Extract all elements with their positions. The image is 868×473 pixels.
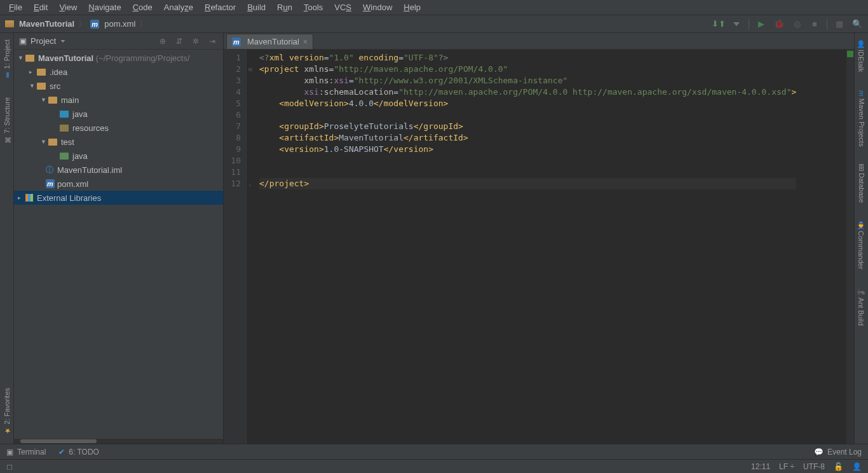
iml-icon: ⓘ: [46, 165, 53, 175]
folder-icon: [25, 55, 34, 62]
editor-tabs: m MavenTutorial ×: [224, 33, 854, 50]
folder-icon: [48, 97, 57, 104]
make-icon[interactable]: ⬇⬆: [713, 18, 724, 30]
tree-idea[interactable]: ▸.idea: [14, 65, 223, 79]
scroll-icon[interactable]: ⇵: [173, 36, 185, 47]
menu-build[interactable]: Build: [242, 1, 271, 13]
line-separator[interactable]: LF ÷: [779, 462, 794, 471]
editor-scrollbar[interactable]: [846, 50, 854, 444]
test-folder-icon: [60, 153, 69, 160]
menu-tools[interactable]: Tools: [299, 1, 328, 13]
tree-src[interactable]: ▼src: [14, 79, 223, 93]
tool-maven[interactable]: m Maven Projects: [858, 88, 865, 149]
tool-eventlog[interactable]: 💬 Event Log: [814, 448, 862, 456]
tree-iml[interactable]: ▸ⓘMavenTutorial.iml: [14, 163, 223, 177]
menu-file[interactable]: File: [4, 1, 27, 13]
source-folder-icon: [60, 111, 69, 118]
tree-main-java[interactable]: ▸java: [14, 107, 223, 121]
collapse-icon[interactable]: ⊕: [157, 36, 168, 47]
tree-test[interactable]: ▼test: [14, 135, 223, 149]
tree-main[interactable]: ▼main: [14, 93, 223, 107]
menu-run[interactable]: Run: [272, 1, 297, 13]
analysis-marker: [847, 51, 853, 57]
search-icon[interactable]: 🔍: [851, 18, 863, 30]
tool-commander[interactable]: 👮 Commander: [857, 218, 865, 272]
tree-external-libs[interactable]: ▸External Libraries: [14, 191, 223, 205]
close-tab-icon[interactable]: ×: [303, 38, 308, 46]
hector-icon[interactable]: 👤: [852, 462, 862, 471]
debug-icon[interactable]: 🐞: [773, 18, 785, 30]
tree-root[interactable]: ▼ MavenTutorial (~/Programming/Projects/: [14, 51, 223, 65]
menu-navigate[interactable]: Navigate: [83, 1, 126, 13]
resources-folder-icon: [60, 125, 69, 132]
project-panel: ▣ Project ⊕ ⇵ ✲ ⇥ ▼ MavenTutorial (~/Pro…: [14, 33, 224, 444]
tree-pom[interactable]: ▸mpom.xml: [14, 177, 223, 191]
tree-resources[interactable]: ▸resources: [14, 121, 223, 135]
main-menu-bar: File Edit View Navigate Code Analyze Ref…: [0, 0, 868, 15]
settings-icon[interactable]: ✲: [190, 36, 201, 47]
tool-structure[interactable]: ⌘ 7: Structure: [3, 95, 11, 146]
tree-test-java[interactable]: ▸java: [14, 149, 223, 163]
menu-code[interactable]: Code: [128, 1, 158, 13]
tool-antbuild[interactable]: 🐜 Ant Build: [857, 285, 865, 328]
right-tool-stripe: 👤 IDEtalk m Maven Projects 🗄 Database 👮 …: [854, 33, 868, 444]
coverage-icon[interactable]: ◎: [791, 18, 803, 30]
line-numbers: 123456789101112: [224, 50, 247, 444]
folder-icon: [37, 83, 46, 90]
file-encoding[interactable]: UTF-8: [803, 462, 825, 471]
menu-vcs[interactable]: VCS: [329, 1, 356, 13]
breadcrumb-file[interactable]: pom.xml: [104, 19, 135, 29]
folder-icon: [48, 139, 57, 146]
folder-icon: [5, 20, 14, 27]
menu-view[interactable]: View: [54, 1, 82, 13]
bottom-tool-stripe: ▣ Terminal ✔ 6: TODO 💬 Event Log: [0, 444, 868, 459]
maven-icon: m: [232, 38, 241, 46]
toggle-tools-icon[interactable]: ◻: [4, 461, 15, 472]
status-bar: ◻ 12:11 LF ÷ UTF-8 🔓 👤: [0, 459, 868, 473]
tool-terminal[interactable]: ▣ Terminal: [6, 448, 46, 456]
editor-tab[interactable]: m MavenTutorial ×: [226, 34, 313, 49]
menu-help[interactable]: Help: [398, 1, 426, 13]
breadcrumb[interactable]: MavenTutorial 〉 m pom.xml 〉: [5, 18, 149, 30]
project-view-icon: ▣: [19, 36, 27, 46]
menu-edit[interactable]: Edit: [29, 1, 53, 13]
maven-icon: m: [90, 20, 99, 29]
lock-icon[interactable]: 🔓: [834, 462, 843, 471]
tool-project[interactable]: ▮ 1: Project: [3, 37, 11, 82]
project-tree[interactable]: ▼ MavenTutorial (~/Programming/Projects/…: [14, 50, 223, 439]
editor-area: m MavenTutorial × 123456789101112 ⊟⌞ <?x…: [224, 33, 854, 444]
code-editor[interactable]: <?xml version="1.0" encoding="UTF-8"?> <…: [254, 50, 801, 444]
breadcrumb-root[interactable]: MavenTutorial: [19, 19, 74, 29]
fold-gutter[interactable]: ⊟⌞: [247, 50, 254, 444]
dropdown-icon[interactable]: [61, 39, 65, 42]
navigation-bar: MavenTutorial 〉 m pom.xml 〉 ⬇⬆ ▶ 🐞 ◎ ■ ▦…: [0, 15, 868, 33]
hide-icon[interactable]: ⇥: [207, 36, 218, 47]
menu-refactor[interactable]: Refactor: [200, 1, 241, 13]
project-structure-icon[interactable]: ▦: [834, 18, 845, 30]
tool-idetalk[interactable]: 👤 IDEtalk: [857, 37, 865, 75]
project-panel-title[interactable]: Project: [31, 36, 56, 46]
menu-analyze[interactable]: Analyze: [159, 1, 198, 13]
stop-icon[interactable]: ■: [809, 18, 820, 30]
tool-favorites[interactable]: ★ 2: Favorites: [3, 385, 11, 437]
left-tool-stripe: ▮ 1: Project ⌘ 7: Structure ★ 2: Favorit…: [0, 33, 14, 444]
libraries-icon: [25, 194, 33, 202]
config-dropdown[interactable]: [731, 18, 742, 30]
project-scrollbar[interactable]: [14, 439, 223, 444]
tool-database[interactable]: 🗄 Database: [858, 161, 865, 205]
menu-window[interactable]: Window: [358, 1, 397, 13]
folder-icon: [37, 69, 46, 76]
run-icon[interactable]: ▶: [756, 18, 767, 30]
maven-icon: m: [46, 179, 55, 188]
caret-position[interactable]: 12:11: [751, 462, 770, 471]
tool-todo[interactable]: ✔ 6: TODO: [58, 448, 99, 456]
